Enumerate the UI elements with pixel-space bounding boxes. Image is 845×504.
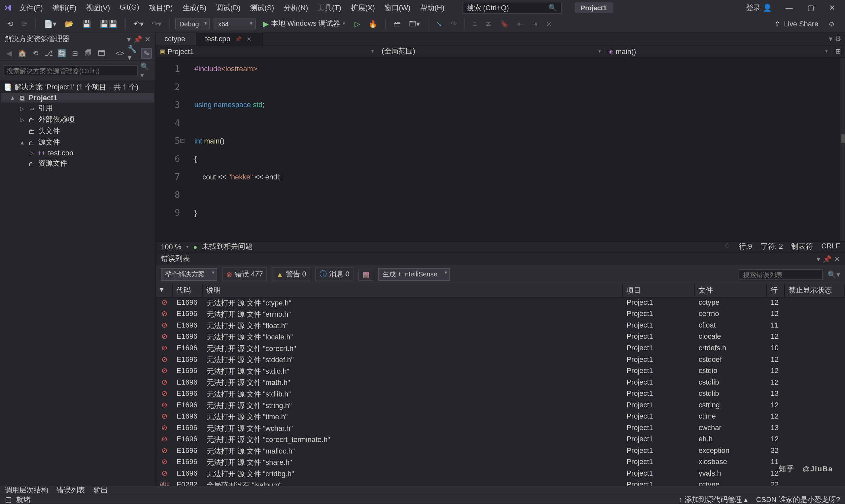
toolbox-button[interactable]: 🗃 (391, 18, 403, 29)
branch-icon[interactable]: ⎇ (43, 48, 54, 59)
step-into-icon[interactable]: ↘ (434, 18, 445, 29)
build-codes-button[interactable]: ▤ (358, 269, 373, 281)
menu-item[interactable]: 扩展(X) (346, 0, 380, 15)
col-desc[interactable]: 说明 (203, 284, 623, 297)
tree-source[interactable]: ▲🗀源文件 (1, 137, 155, 148)
project-badge[interactable]: Project1 (575, 2, 613, 13)
tab-error-list[interactable]: 错误列表 (56, 485, 85, 496)
properties-icon[interactable]: 🗔 (96, 48, 107, 59)
error-row[interactable]: ⊘E1696无法打开 源 文件 "stdlib.h"Project1cstdli… (156, 389, 845, 400)
error-row[interactable]: ⊘E1696无法打开 源 文件 "ctype.h"Project1cctype1… (156, 298, 845, 309)
code-editor[interactable]: 123456789 #include<iostream> using names… (156, 58, 845, 241)
eol-mode[interactable]: CRLF (821, 242, 840, 252)
error-row[interactable]: abcE0282全局范围没有 "isalnum"Project1cctype22 (156, 480, 845, 486)
col-file[interactable]: 文件 (695, 284, 767, 297)
dropdown-icon[interactable]: ▾ (127, 35, 131, 43)
tree-external-deps[interactable]: ▷🗀外部依赖项 (1, 114, 155, 125)
menu-item[interactable]: 生成(B) (178, 0, 211, 15)
uncomment-icon[interactable]: ≢ (483, 18, 494, 29)
col-icon[interactable]: ▾ (156, 284, 173, 297)
platform-dropdown[interactable]: x64 (214, 18, 256, 29)
tree-root[interactable]: 📑解决方案 'Project1' (1 个项目，共 1 个) (1, 82, 155, 93)
tree-file-testcpp[interactable]: ▷++test.cpp (1, 148, 155, 158)
close-icon[interactable]: ✕ (834, 255, 840, 263)
sync-icon[interactable]: ⟲ (30, 48, 41, 59)
menu-item[interactable]: 分析(N) (279, 0, 313, 15)
scrollbar[interactable] (840, 58, 845, 241)
error-row[interactable]: ⊘E1696无法打开 源 文件 "locale.h"Project1clocal… (156, 331, 845, 343)
pin-tab-icon[interactable]: 📌 (235, 36, 242, 42)
col-suppress[interactable]: 禁止显示状态 (785, 284, 845, 297)
menu-item[interactable]: 视图(V) (81, 0, 115, 15)
run-nodebug-button[interactable]: ▷ (352, 18, 363, 29)
char-indicator[interactable]: 字符: 2 (760, 242, 783, 252)
nav-indicator-icon[interactable]: ♢ (724, 242, 730, 252)
pin-icon[interactable]: 📌 (133, 35, 142, 43)
error-row[interactable]: ⊘E1696无法打开 源 文件 "corecrt.h"Project1crtde… (156, 343, 845, 355)
tab-call-hierarchy[interactable]: 调用层次结构 (5, 485, 48, 496)
tree-references[interactable]: ▷▫▫引用 (1, 103, 155, 114)
crumb-scope[interactable]: (全局范围)▾ (378, 46, 605, 57)
redo-button[interactable]: ↷▾ (149, 18, 164, 29)
menu-item[interactable]: 项目(P) (144, 0, 178, 15)
tree-headers[interactable]: 🗀头文件 (1, 125, 155, 137)
indent-mode[interactable]: 制表符 (791, 242, 813, 252)
warnings-filter[interactable]: ▲警告 0 (272, 268, 310, 281)
menu-item[interactable]: 帮助(H) (415, 0, 449, 15)
error-row[interactable]: ⊘E1696无法打开 源 文件 "string.h"Project1cstrin… (156, 400, 845, 412)
save-all-button[interactable]: 💾💾 (98, 18, 120, 29)
tree-resources[interactable]: 🗀资源文件 (1, 158, 155, 169)
menu-item[interactable]: 编辑(E) (48, 0, 81, 15)
menu-item[interactable]: 测试(S) (245, 0, 279, 15)
error-row[interactable]: ⊘E1696无法打开 源 文件 "corecrt_terminate.h"Pro… (156, 434, 845, 446)
error-row[interactable]: ⊘E1696无法打开 源 文件 "float.h"Project1cfloat1… (156, 320, 845, 332)
tabs-dropdown-icon[interactable]: ▾ (829, 35, 832, 43)
error-search-input[interactable] (739, 269, 823, 280)
config-dropdown[interactable]: Debug (175, 18, 210, 29)
crumb-project[interactable]: ▣Project1▾ (156, 46, 378, 57)
add-source-control[interactable]: ↑ 添加到源代码管理 ▴ (679, 494, 748, 504)
menu-item[interactable]: 工具(T) (313, 0, 346, 15)
error-row[interactable]: ⊘E1696无法打开 源 文件 "math.h"Project1cstdlib1… (156, 377, 845, 389)
collapse-icon[interactable]: ⊟ (70, 48, 81, 59)
back-icon[interactable]: ◀ (4, 48, 15, 59)
search-icon[interactable]: 🔍▾ (828, 270, 840, 278)
view-code-icon[interactable]: <> (115, 48, 125, 59)
tab-cctype[interactable]: cctype (156, 32, 197, 45)
refresh-icon[interactable]: 🔄 (56, 48, 67, 59)
error-row[interactable]: ⊘E1696无法打开 源 文件 "stdio.h"Project1cstdio1… (156, 366, 845, 377)
menu-item[interactable]: 窗口(W) (380, 0, 415, 15)
undo-button[interactable]: ↶▾ (131, 18, 146, 29)
new-item-button[interactable]: 📄▾ (41, 18, 59, 29)
error-row[interactable]: ⊘E1696无法打开 源 文件 "share.h"Project1xiosbas… (156, 457, 845, 468)
showall-icon[interactable]: 🗐 (83, 48, 94, 59)
bookmark-clear-icon[interactable]: ⤫ (544, 18, 554, 29)
menu-item[interactable]: Git(G) (115, 0, 144, 15)
wrench-icon[interactable]: 🔧▾ (128, 48, 139, 59)
maximize-button[interactable]: ▢ (800, 0, 821, 16)
bookmark-next-icon[interactable]: ⇥ (529, 18, 540, 29)
col-project[interactable]: 项目 (623, 284, 695, 297)
tab-output[interactable]: 输出 (94, 485, 108, 496)
minimize-button[interactable]: — (779, 0, 799, 16)
feedback-icon[interactable]: ☺ (828, 19, 835, 28)
nav-back-button[interactable]: ⟲ (5, 18, 16, 29)
bookmark-prev-icon[interactable]: ⇤ (515, 18, 526, 29)
error-row[interactable]: ⊘E1696无法打开 源 文件 "crtdbg.h"Project1yvals.… (156, 468, 845, 480)
tab-testcpp[interactable]: test.cpp📌✕ (197, 32, 263, 45)
menu-item[interactable]: 文件(F) (15, 0, 48, 15)
close-tab-icon[interactable]: ✕ (247, 36, 251, 42)
col-code[interactable]: 代码 (173, 284, 203, 297)
step-over-icon[interactable]: ↷ (448, 18, 459, 29)
dropdown-icon[interactable]: ▾ (816, 255, 820, 263)
home-icon[interactable]: 🏠 (17, 48, 28, 59)
bookmark-icon[interactable]: 🔖 (497, 18, 511, 29)
run-debug-button[interactable]: ▶本地 Windows 调试器▾ (260, 17, 349, 30)
error-row[interactable]: ⊘E1696无法打开 源 文件 "malloc.h"Project1except… (156, 446, 845, 457)
crumb-function[interactable]: ◈main()▾ (605, 46, 832, 57)
error-row[interactable]: ⊘E1696无法打开 源 文件 "wchar.h"Project1cwchar1… (156, 423, 845, 434)
open-file-button[interactable]: 📂 (63, 18, 76, 29)
tree-project[interactable]: ▲⧉Project1 (1, 93, 155, 103)
fold-icon[interactable]: ⊟ (180, 132, 185, 150)
pin-icon[interactable]: 📌 (823, 255, 831, 263)
